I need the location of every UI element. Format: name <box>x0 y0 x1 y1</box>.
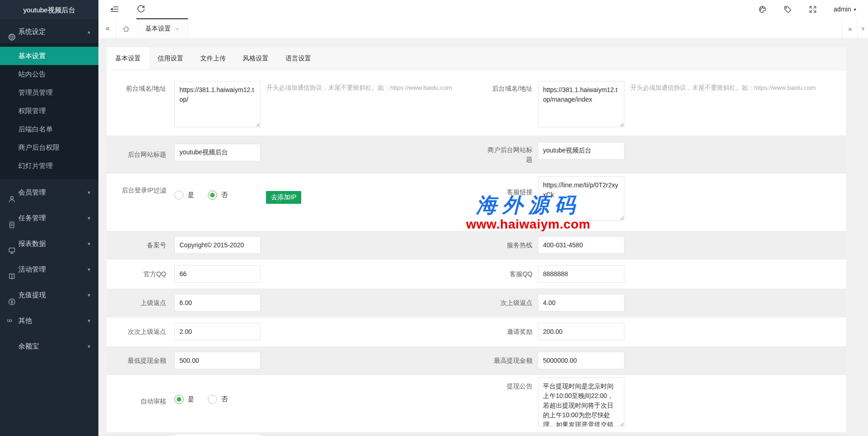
home-tab[interactable] <box>116 18 137 38</box>
chevron-down-icon: ▾ <box>87 180 90 205</box>
sidebar-item-report-data[interactable]: 报表数据 ▾ <box>0 231 98 256</box>
sidebar-item-slideshow-manage[interactable]: 幻灯片管理 <box>0 157 98 175</box>
sidebar-item-permission-manage[interactable]: 权限管理 <box>0 102 98 120</box>
sidebar-item-member-manage[interactable]: 会员管理 ▾ <box>0 180 98 205</box>
infinity-icon: ∞ <box>7 308 12 333</box>
rebate3-label: 次次上级返点 <box>121 317 166 346</box>
form-row-titles: 后台网站标题 商户后台网站标题 <box>107 136 846 174</box>
official-qq-input[interactable] <box>174 265 260 283</box>
rebate2-label: 次上级返点 <box>487 289 532 317</box>
sidebar-item-site-notice[interactable]: 站内公告 <box>0 65 98 83</box>
admin-screen: youtube视频后台 系统设定 ▴ 基本设置 站内公告 管理员管理 权限管理 … <box>0 0 868 436</box>
chevron-down-icon: ▾ <box>87 308 90 333</box>
add-ip-button[interactable]: 去添加IP <box>266 191 301 204</box>
rebate3-input[interactable] <box>174 323 260 340</box>
close-icon[interactable]: × <box>175 26 179 33</box>
back-title-label: 后台网站标题 <box>121 136 166 174</box>
settings-tabs: 基本设置 信用设置 文件上传 风格设置 语言设置 <box>107 47 846 70</box>
settings-card: 基本设置 信用设置 文件上传 风格设置 语言设置 前台域名/地址 https:/… <box>107 47 846 436</box>
service-qq-label: 客服QQ <box>487 260 532 289</box>
tab-style[interactable]: 风格设置 <box>234 47 277 70</box>
invite-reward-input[interactable] <box>538 323 624 340</box>
tab-basic-settings[interactable]: 基本设置 × <box>136 18 188 38</box>
service-qq-input[interactable] <box>538 265 624 283</box>
ip-filter-no-radio[interactable] <box>208 191 217 200</box>
service-link-textarea[interactable]: https://line.me/ti/p/0T2r2xyxCk <box>538 176 624 221</box>
ip-filter-radio-group: 是 否 <box>174 191 241 200</box>
sidebar-item-label: 系统设定 <box>18 20 46 43</box>
form-row-rebate1: 上级返点 次上级返点 <box>107 289 846 317</box>
back-domain-label: 后台域名/地址 <box>487 84 532 93</box>
tabs-more-right-button[interactable]: » <box>842 18 858 38</box>
sidebar-item-basic-settings[interactable]: 基本设置 <box>0 47 98 65</box>
form-row-ip-filter: 后台登录IP过滤 是 否 去添加IP 客服链接 https://line.me/… <box>107 174 846 231</box>
icp-input[interactable] <box>174 236 260 254</box>
tab-file-upload[interactable]: 文件上传 <box>192 47 234 70</box>
tab-credit[interactable]: 信用设置 <box>149 47 192 70</box>
yen-circle-icon <box>8 291 16 299</box>
system-submenu: 基本设置 站内公告 管理员管理 权限管理 后端白名单 商户后台权限 幻灯片管理 <box>0 43 98 180</box>
sidebar-item-activity-manage[interactable]: 活动管理 ▾ <box>0 256 98 282</box>
icp-label: 备案号 <box>121 231 166 260</box>
front-domain-label: 前台域名/地址 <box>121 84 166 93</box>
ip-filter-yes-radio[interactable] <box>174 191 184 200</box>
rebate1-input[interactable] <box>174 294 260 311</box>
ip-filter-label: 后台登录IP过滤 <box>121 185 166 195</box>
auto-audit-no-radio[interactable] <box>208 395 217 404</box>
tab-basic[interactable]: 基本设置 <box>107 47 149 70</box>
service-link-label: 客服链接 <box>487 187 532 197</box>
rebate2-input[interactable] <box>538 294 624 311</box>
gear-icon <box>8 27 16 36</box>
official-qq-label: 官方QQ <box>121 260 166 289</box>
document-icon <box>8 214 16 222</box>
chevron-down-icon: ▾ <box>87 282 90 308</box>
withdraw-notice-textarea[interactable]: 平台提现时间是北京时间上午10:00至晚间22:00，若超出提现时间将于次日的上… <box>538 377 624 427</box>
chevron-down-icon: ▾ <box>87 333 90 359</box>
clipped-input[interactable] <box>174 434 260 436</box>
form-row-qq: 官方QQ 客服QQ <box>107 260 846 289</box>
front-domain-hint: 开头必须加通信协议，末尾不要留斜杠。如：https://www.baidu.co… <box>266 84 452 92</box>
back-domain-textarea[interactable]: https://381.1.haiwaiym12.top/manage/inde… <box>538 81 624 127</box>
app-title: youtube视频后台 <box>0 0 98 20</box>
sidebar-item-yuebao[interactable]: 余额宝 ▾ <box>0 333 98 359</box>
tabs-collapse-left-button[interactable]: « <box>98 18 116 38</box>
topbar: admin ▾ <box>98 0 868 18</box>
sidebar-item-admin-manage[interactable]: 管理员管理 <box>0 83 98 102</box>
admin-menu[interactable]: admin ▾ <box>834 5 856 13</box>
back-title-input[interactable] <box>174 144 260 161</box>
tab-language[interactable]: 语言设置 <box>277 47 320 70</box>
front-domain-textarea[interactable]: https://381.1.haiwaiym12.top/ <box>174 81 260 127</box>
caret-down-icon: ▾ <box>854 7 856 12</box>
tabs-dropdown-button[interactable]: ∨ <box>857 18 868 38</box>
form-row-rebate3: 次次上级返点 邀请奖励 <box>107 317 846 346</box>
max-withdraw-input[interactable] <box>538 352 624 369</box>
sidebar-toggle-icon[interactable] <box>110 5 119 14</box>
home-icon <box>122 25 130 33</box>
sidebar: youtube视频后台 系统设定 ▴ 基本设置 站内公告 管理员管理 权限管理 … <box>0 0 98 436</box>
form-row-withdraw-limits: 最低提现金额 最高提现金额 <box>107 346 846 375</box>
chevron-down-icon: ▾ <box>87 256 90 282</box>
form-row-clipped <box>107 432 846 436</box>
tag-icon[interactable] <box>783 5 792 14</box>
merchant-title-label: 商户后台网站标题 <box>487 136 532 174</box>
refresh-icon[interactable] <box>136 5 146 14</box>
chevron-down-icon: ▾ <box>87 205 90 231</box>
min-withdraw-input[interactable] <box>174 352 260 369</box>
sidebar-item-task-manage[interactable]: 任务管理 ▾ <box>0 205 98 231</box>
fullscreen-icon[interactable] <box>808 5 817 14</box>
hotline-input[interactable] <box>538 236 624 254</box>
min-withdraw-label: 最低提现金额 <box>121 346 166 375</box>
user-icon <box>8 188 16 196</box>
sidebar-item-system-settings[interactable]: 系统设定 ▴ <box>0 20 98 43</box>
auto-audit-yes-radio[interactable] <box>174 395 184 404</box>
sidebar-item-other[interactable]: ∞ 其他 ▾ <box>0 308 98 333</box>
form-row-domains: 前台域名/地址 https://381.1.haiwaiym12.top/ 开头… <box>107 70 846 136</box>
sidebar-item-backend-whitelist[interactable]: 后端白名单 <box>0 120 98 138</box>
palette-icon[interactable] <box>758 5 767 14</box>
sidebar-item-recharge-withdraw[interactable]: 充值提现 ▾ <box>0 282 98 308</box>
sidebar-item-merchant-permission[interactable]: 商户后台权限 <box>0 138 98 157</box>
rebate1-label: 上级返点 <box>121 289 166 317</box>
book-icon <box>8 265 16 273</box>
basic-settings-form: 前台域名/地址 https://381.1.haiwaiym12.top/ 开头… <box>107 70 846 436</box>
merchant-title-input[interactable] <box>538 142 624 159</box>
